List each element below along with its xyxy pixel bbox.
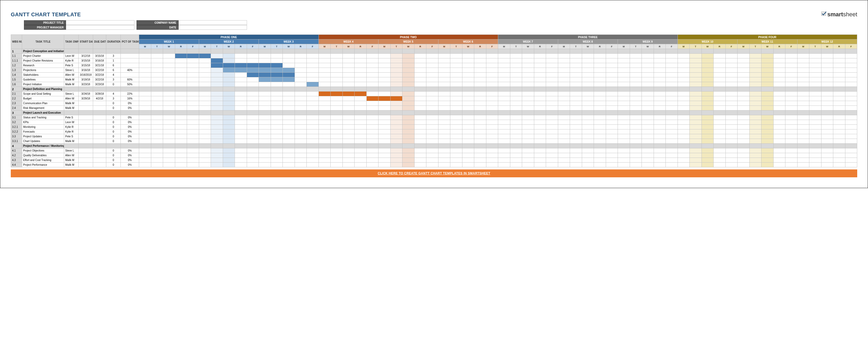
task-pct-cell[interactable]: 0% xyxy=(121,158,139,163)
task-start-cell[interactable] xyxy=(79,106,93,111)
task-duration-cell[interactable]: 6 xyxy=(106,68,121,72)
task-duration-cell[interactable]: 4 xyxy=(106,72,121,77)
task-duration-cell[interactable]: 0 xyxy=(106,115,121,120)
task-duration-cell[interactable]: 0 xyxy=(106,139,121,144)
task-due-cell[interactable]: 3/22/18 xyxy=(93,77,106,82)
task-start-cell[interactable] xyxy=(79,163,93,167)
task-pct-cell[interactable]: 100% xyxy=(121,58,139,63)
task-due-cell[interactable]: 3/16/18 xyxy=(93,58,106,63)
task-owner-cell[interactable]: Malik M xyxy=(64,139,79,144)
task-pct-cell[interactable]: 22% xyxy=(121,92,139,96)
task-owner-cell[interactable]: Malik M xyxy=(64,77,79,82)
footer-cta-link[interactable]: CLICK HERE TO CREATE GANTT CHART TEMPLAT… xyxy=(11,169,857,177)
task-duration-cell[interactable]: 6 xyxy=(106,63,121,68)
task-due-cell[interactable] xyxy=(93,101,106,106)
task-owner-cell[interactable]: Malik M xyxy=(64,82,79,87)
task-pct-cell[interactable]: 0% xyxy=(121,106,139,111)
task-due-cell[interactable] xyxy=(93,163,106,167)
task-owner-cell[interactable]: Steve L xyxy=(64,68,79,72)
task-start-cell[interactable] xyxy=(79,115,93,120)
task-start-cell[interactable]: 3/19/18 xyxy=(79,77,93,82)
task-start-cell[interactable] xyxy=(79,134,93,139)
task-start-cell[interactable]: 3/24/18 xyxy=(79,92,93,96)
task-start-cell[interactable] xyxy=(79,158,93,163)
task-pct-cell[interactable]: 0% xyxy=(121,139,139,144)
task-duration-cell[interactable]: 0 xyxy=(106,101,121,106)
task-duration-cell[interactable]: 0 xyxy=(106,120,121,125)
task-duration-cell[interactable]: 1 xyxy=(106,58,121,63)
task-pct-cell[interactable]: 16% xyxy=(121,96,139,101)
task-start-cell[interactable]: 3/23/18 xyxy=(79,82,93,87)
task-due-cell[interactable]: 3/15/18 xyxy=(93,54,106,58)
task-pct-cell[interactable]: 40% xyxy=(121,68,139,72)
meta-input-company[interactable] xyxy=(179,20,247,25)
task-due-cell[interactable] xyxy=(93,139,106,144)
task-title-cell[interactable]: KPIs xyxy=(22,120,64,125)
task-title-cell[interactable]: Stakeholders xyxy=(22,72,64,77)
task-duration-cell[interactable]: 0 xyxy=(106,125,121,129)
task-pct-cell[interactable]: 0% xyxy=(121,129,139,134)
task-owner-cell[interactable]: Kylie R xyxy=(64,129,79,134)
task-start-cell[interactable]: 3/15/18 xyxy=(79,63,93,68)
task-due-cell[interactable] xyxy=(93,153,106,158)
task-due-cell[interactable] xyxy=(93,158,106,163)
task-title-cell[interactable]: Guidelines xyxy=(22,77,64,82)
task-due-cell[interactable]: 3/23/18 xyxy=(93,82,106,87)
task-start-cell[interactable] xyxy=(79,153,93,158)
task-start-cell[interactable]: 3/16/18 xyxy=(79,68,93,72)
task-owner-cell[interactable]: Malik M xyxy=(64,163,79,167)
task-due-cell[interactable] xyxy=(93,134,106,139)
task-title-cell[interactable]: Risk Management xyxy=(22,106,64,111)
task-owner-cell[interactable]: Leon W xyxy=(64,120,79,125)
task-owner-cell[interactable]: Pete S xyxy=(64,134,79,139)
task-duration-cell[interactable]: 0 xyxy=(106,129,121,134)
task-pct-cell[interactable]: 0% xyxy=(121,153,139,158)
task-owner-cell[interactable]: Kylie R xyxy=(64,58,79,63)
task-start-cell[interactable]: 3/12/18 xyxy=(79,54,93,58)
task-duration-cell[interactable]: 0 xyxy=(106,153,121,158)
task-title-cell[interactable]: Status and Tracking xyxy=(22,115,64,120)
task-duration-cell[interactable]: 3 xyxy=(106,96,121,101)
task-start-cell[interactable] xyxy=(79,139,93,144)
task-title-cell[interactable]: Chart Updates xyxy=(22,139,64,144)
task-title-cell[interactable]: Communication Plan xyxy=(22,101,64,106)
task-duration-cell[interactable]: 4 xyxy=(106,92,121,96)
task-owner-cell[interactable]: Leon W xyxy=(64,54,79,58)
task-title-cell[interactable]: Project Updates xyxy=(22,134,64,139)
task-start-cell[interactable]: 3/15/18 xyxy=(79,58,93,63)
task-duration-cell[interactable]: 3 xyxy=(106,77,121,82)
task-title-cell[interactable]: Project Initiation xyxy=(22,82,64,87)
task-title-cell[interactable]: Project Objectives xyxy=(22,148,64,153)
task-due-cell[interactable]: 4/2/18 xyxy=(93,96,106,101)
task-start-cell[interactable] xyxy=(79,101,93,106)
task-pct-cell[interactable]: 0% xyxy=(121,115,139,120)
task-title-cell[interactable]: Effort and Cost Tracking xyxy=(22,158,64,163)
task-start-cell[interactable] xyxy=(79,125,93,129)
meta-input-date[interactable] xyxy=(179,25,247,30)
task-title-cell[interactable]: Scope and Goal Setting xyxy=(22,92,64,96)
meta-input-project-title[interactable] xyxy=(66,20,134,25)
task-start-cell[interactable]: 3/18/2018 xyxy=(79,72,93,77)
task-pct-cell[interactable]: 0% xyxy=(121,148,139,153)
task-title-cell[interactable]: Budget xyxy=(22,96,64,101)
task-duration-cell[interactable]: 0 xyxy=(106,134,121,139)
task-owner-cell[interactable]: Steve L xyxy=(64,92,79,96)
task-owner-cell[interactable]: Allen W xyxy=(64,153,79,158)
task-pct-cell[interactable]: 0% xyxy=(121,120,139,125)
task-start-cell[interactable] xyxy=(79,120,93,125)
task-pct-cell[interactable]: 0% xyxy=(121,101,139,106)
task-start-cell[interactable] xyxy=(79,148,93,153)
task-due-cell[interactable] xyxy=(93,120,106,125)
task-title-cell[interactable]: Projections xyxy=(22,68,64,72)
task-duration-cell[interactable]: 0 xyxy=(106,163,121,167)
task-owner-cell[interactable]: Pete S xyxy=(64,115,79,120)
task-owner-cell[interactable]: Kylie R xyxy=(64,125,79,129)
task-title-cell[interactable]: Quality Deliverables xyxy=(22,153,64,158)
task-owner-cell[interactable]: Malik M xyxy=(64,106,79,111)
task-due-cell[interactable] xyxy=(93,106,106,111)
task-pct-cell[interactable]: 70% xyxy=(121,72,139,77)
task-owner-cell[interactable]: Steve L xyxy=(64,148,79,153)
task-due-cell[interactable] xyxy=(93,115,106,120)
task-duration-cell[interactable]: 0 xyxy=(106,158,121,163)
task-due-cell[interactable] xyxy=(93,129,106,134)
